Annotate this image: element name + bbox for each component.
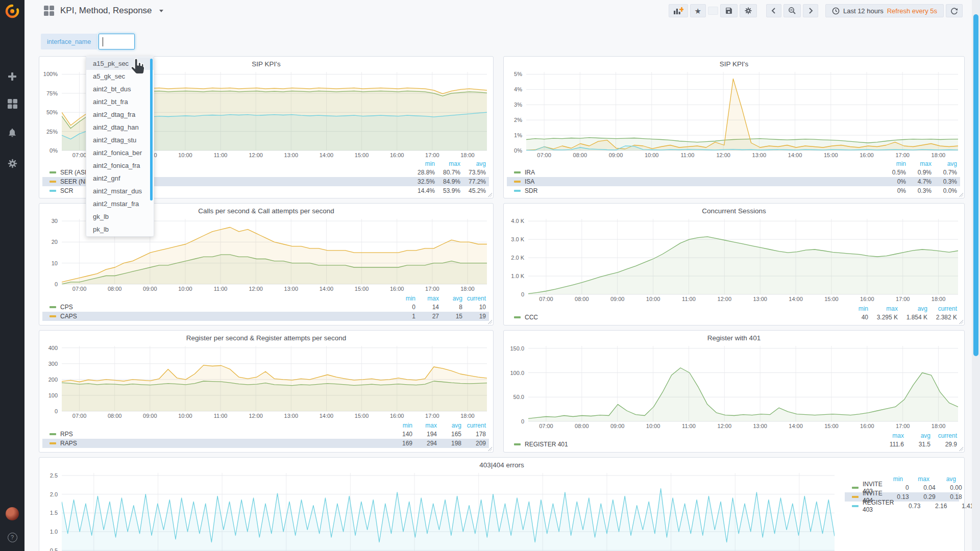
legend-column-header[interactable]: avg [932, 160, 957, 167]
legend-column-header[interactable]: max [877, 432, 904, 439]
legend-column-header[interactable]: min [839, 305, 868, 312]
dropdown-option[interactable]: aint2_bt_fra [86, 95, 154, 108]
legend-row[interactable]: INVITE 4040.130.290.18 [845, 492, 959, 502]
dropdown-option[interactable]: aint2_dtag_stu [86, 134, 154, 146]
save-button[interactable] [720, 4, 738, 17]
dropdown-option[interactable]: aint2_mstar_dus [86, 185, 154, 197]
text-caret [103, 37, 103, 46]
legend-row[interactable]: CPS014810 [42, 303, 489, 312]
chart-403-404-errors[interactable]: 07:0008:0009:0010:0011:0012:0013:0014:00… [39, 458, 965, 551]
zoom-out-button[interactable] [783, 4, 801, 17]
panel-resize-handle[interactable] [488, 193, 492, 197]
svg-text:15:00: 15:00 [824, 152, 838, 158]
refresh-button[interactable] [946, 4, 963, 17]
time-back-button[interactable] [766, 4, 781, 17]
legend-column-header[interactable]: min [388, 422, 412, 429]
dashboard-title-group[interactable]: KPI, Method, Response [44, 6, 163, 16]
series-name[interactable]: RPS [60, 431, 73, 438]
legend-column-header[interactable]: avg [460, 160, 486, 167]
panel-resize-handle[interactable] [959, 447, 963, 451]
series-name[interactable]: REGISTER 401 [525, 441, 568, 448]
legend-column-header[interactable]: max [868, 305, 898, 312]
dashboard-settings-button[interactable] [740, 4, 757, 17]
legend-column-header[interactable]: current [927, 305, 957, 312]
star-button[interactable]: ★ [690, 4, 706, 17]
panel-resize-handle[interactable] [488, 447, 492, 451]
legend-column-header[interactable]: max [906, 160, 932, 167]
legend-column-header[interactable]: avg [904, 432, 930, 439]
grafana-logo-icon[interactable] [0, 2, 24, 20]
legend-header: minmaxavg [845, 475, 959, 483]
legend-column-header[interactable]: min [409, 160, 435, 167]
dropdown-option[interactable]: gk_lb [86, 210, 154, 223]
series-name[interactable]: ISA [525, 178, 534, 185]
panel-concurrent-sessions: Concurrent Sessions07:0008:0009:0010:001… [503, 203, 965, 325]
legend-column-header[interactable]: avg [437, 422, 461, 429]
legend-column-header[interactable]: current [461, 422, 486, 429]
legend-column-header[interactable]: avg [929, 475, 956, 483]
legend-row[interactable]: CAPS1271519 [42, 312, 489, 321]
series-color-swatch [852, 496, 859, 498]
legend-row[interactable]: CCC403.295 K1.854 K2.382 K [507, 313, 960, 322]
legend-row[interactable]: INVITE 40300.040.00 [845, 483, 959, 492]
legend-row[interactable]: RPS140194165178 [42, 430, 489, 439]
dropdown-option[interactable]: aint2_dtag_han [86, 121, 154, 134]
panel-resize-handle[interactable] [959, 320, 963, 324]
legend-row[interactable]: REGISTER 401111.631.529.9 [507, 440, 960, 449]
dropdown-option[interactable]: a5_gk_sec [86, 70, 154, 83]
legend-row[interactable]: RAPS169294198209 [42, 439, 489, 448]
legend-stat-value: 77.2% [460, 178, 486, 185]
legend-column-header[interactable]: max [903, 475, 929, 483]
dropdown-option[interactable]: aint2_gnf [86, 172, 154, 185]
page-scrollbar[interactable] [972, 0, 980, 551]
series-name[interactable]: IRA [525, 169, 535, 176]
dropdown-option[interactable]: aint2_fonica_ber [86, 146, 154, 159]
legend-row[interactable]: IRA0.5%0.9%0.7% [507, 168, 960, 177]
legend-column-header[interactable]: max [412, 422, 437, 429]
legend-stat-value: 198 [437, 440, 461, 447]
user-avatar[interactable] [0, 507, 24, 520]
time-picker-button[interactable]: Last 12 hours Refresh every 5s [825, 4, 944, 17]
series-name[interactable]: REGISTER 403 [863, 499, 894, 513]
settings-gear-icon[interactable] [0, 157, 24, 169]
series-name[interactable]: SCR [60, 187, 73, 194]
svg-text:17:00: 17:00 [895, 152, 910, 158]
dropdown-option[interactable]: aint2_fonica_fra [86, 159, 154, 172]
page-scrollbar-thumb[interactable] [973, 14, 978, 356]
dropdown-option[interactable]: pk_lb [86, 223, 154, 236]
series-name[interactable]: SDR [525, 187, 537, 194]
dropdown-option[interactable]: aint2_mstar_fra [86, 197, 154, 210]
dropdown-scrollbar-thumb[interactable] [150, 59, 153, 201]
help-icon[interactable]: ? [0, 532, 24, 542]
view-mode-button[interactable] [708, 7, 718, 15]
panel-resize-handle[interactable] [959, 193, 963, 197]
series-name[interactable]: CPS [60, 304, 73, 311]
alerting-bell-icon[interactable] [0, 127, 24, 139]
series-name[interactable]: CAPS [60, 313, 77, 320]
series-name[interactable]: RAPS [60, 440, 77, 447]
legend-column-header[interactable]: avg [439, 295, 462, 302]
time-forward-button[interactable] [803, 4, 818, 17]
panel-resize-handle[interactable] [488, 320, 492, 324]
legend-column-header[interactable]: avg [898, 305, 927, 312]
dropdown-option[interactable]: aint2_dtag_fra [86, 108, 154, 121]
legend-row[interactable]: ISA0%4.7%0.3% [507, 177, 960, 186]
legend-column-header[interactable]: max [415, 295, 439, 302]
series-name[interactable]: CCC [525, 314, 538, 321]
dropdown-option[interactable]: aint2_bt_dus [86, 83, 154, 95]
legend-header: minmaxavgcurrent [507, 305, 960, 313]
legend-header: maxavgcurrent [507, 432, 960, 440]
legend-stat-value: 0.04 [909, 484, 936, 491]
legend-column-header[interactable]: current [462, 295, 486, 302]
legend-column-header[interactable]: min [392, 295, 415, 302]
dropdown-option[interactable]: a15_pk_sec [86, 57, 154, 70]
legend-column-header[interactable]: min [880, 160, 906, 167]
legend-column-header[interactable]: current [930, 432, 957, 439]
add-icon[interactable] [0, 70, 24, 83]
dashboards-icon[interactable] [0, 97, 24, 110]
legend-column-header[interactable]: max [435, 160, 460, 167]
legend-row[interactable]: SDR0%0.3%0.0% [507, 186, 960, 195]
add-panel-button[interactable] [669, 4, 688, 17]
variable-input[interactable] [99, 34, 135, 49]
legend-row[interactable]: REGISTER 4030.732.161.41 [845, 502, 959, 511]
